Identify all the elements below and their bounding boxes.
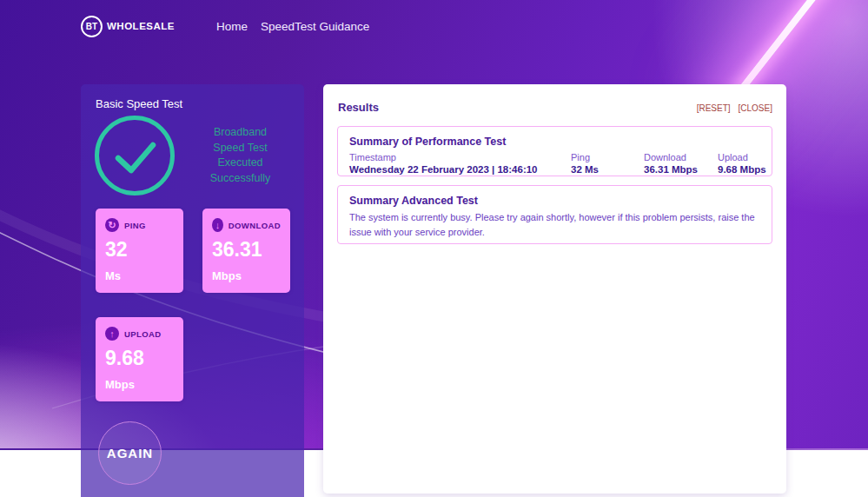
top-navigation-bar: BT WHOLESALE Home SpeedTest Guidance xyxy=(0,0,868,52)
metric-label: UPLOAD xyxy=(124,329,162,339)
metric-head: ↑ UPLOAD xyxy=(105,327,174,341)
upload-unit: Mbps xyxy=(105,378,174,391)
advanced-summary-message: The system is currently busy. Please try… xyxy=(349,210,760,239)
bt-wholesale-logo[interactable]: BT WHOLESALE xyxy=(81,16,175,37)
results-actions: [RESET] [CLOSE] xyxy=(697,103,772,113)
column-label: Timestamp xyxy=(349,152,571,162)
metric-head: ↻ PING xyxy=(105,218,174,232)
success-line: Executed xyxy=(189,156,291,171)
upload-icon: ↑ xyxy=(105,327,119,341)
download-unit: Mbps xyxy=(212,269,281,282)
nav-link-speedtest-guidance[interactable]: SpeedTest Guidance xyxy=(261,20,369,33)
success-line: Broadband xyxy=(189,125,291,141)
download-icon: ↓ xyxy=(212,218,223,232)
download-result-value: 36.31 Mbps xyxy=(644,164,718,175)
ping-result-value: 32 Ms xyxy=(571,164,644,175)
success-check-icon xyxy=(94,115,176,196)
basic-speed-test-panel: Basic Speed Test Broadband Speed Test Ex… xyxy=(81,84,304,497)
logo-wordmark: WHOLESALE xyxy=(107,21,175,31)
metric-head: ↓ DOWNLOAD xyxy=(212,218,281,232)
nav-link-home[interactable]: Home xyxy=(216,20,248,33)
upload-metric-card: ↑ UPLOAD 9.68 Mbps xyxy=(96,317,183,401)
download-value: 36.31 xyxy=(212,238,281,262)
metric-label: PING xyxy=(124,221,146,230)
success-message: Broadband Speed Test Executed Successful… xyxy=(176,125,291,186)
upload-result-value: 9.68 Mbps xyxy=(718,164,766,175)
download-metric-card: ↓ DOWNLOAD 36.31 Mbps xyxy=(202,209,290,293)
column-label: Ping xyxy=(571,152,644,162)
advanced-summary-box: Summary Advanced Test The system is curr… xyxy=(337,185,772,244)
bt-logo-icon: BT xyxy=(81,16,103,37)
column-label: Download xyxy=(644,152,718,162)
advanced-summary-title: Summary Advanced Test xyxy=(349,195,760,207)
upload-value: 9.68 xyxy=(105,347,174,370)
success-line: Successfully xyxy=(189,171,291,187)
performance-summary-box: Summary of Performance Test Timestamp We… xyxy=(337,126,772,176)
metric-label: DOWNLOAD xyxy=(229,221,281,230)
performance-summary-row: Timestamp Wednesday 22 February 2023 | 1… xyxy=(349,152,760,175)
timestamp-value: Wednesday 22 February 2023 | 18:46:10 xyxy=(349,164,571,175)
results-panel: Results [RESET] [CLOSE] Summary of Perfo… xyxy=(323,84,786,494)
panel-title: Basic Speed Test xyxy=(96,97,182,110)
ping-unit: Ms xyxy=(105,269,174,282)
close-link[interactable]: [CLOSE] xyxy=(739,103,772,113)
success-line: Speed Test xyxy=(189,141,291,156)
performance-summary-title: Summary of Performance Test xyxy=(349,136,760,148)
ping-column: Ping 32 Ms xyxy=(571,152,644,175)
results-title: Results xyxy=(338,101,379,114)
test-status: Broadband Speed Test Executed Successful… xyxy=(94,115,291,196)
upload-column: Upload 9.68 Mbps xyxy=(718,152,766,175)
ping-metric-card: ↻ PING 32 Ms xyxy=(96,209,183,293)
timestamp-column: Timestamp Wednesday 22 February 2023 | 1… xyxy=(349,152,571,175)
ping-value: 32 xyxy=(105,238,174,262)
main-nav: Home SpeedTest Guidance xyxy=(216,20,369,33)
ping-icon: ↻ xyxy=(105,218,119,232)
column-label: Upload xyxy=(718,152,766,162)
again-button[interactable]: AGAIN xyxy=(98,421,162,485)
download-column: Download 36.31 Mbps xyxy=(644,152,718,175)
reset-link[interactable]: [RESET] xyxy=(697,103,731,113)
